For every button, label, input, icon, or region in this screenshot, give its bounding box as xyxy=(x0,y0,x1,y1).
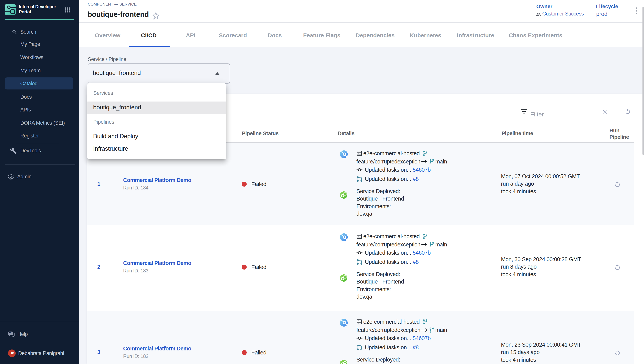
svg-text:?: ? xyxy=(9,332,11,334)
